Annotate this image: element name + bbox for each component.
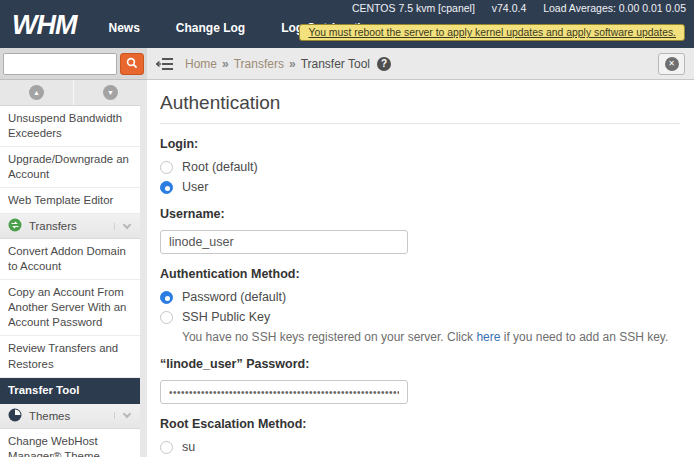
radio-password-label: Password (default) bbox=[182, 290, 286, 304]
section-collapse-toggle[interactable] bbox=[114, 223, 133, 230]
server-info: CENTOS 7.5 kvm [cpanel] v74.0.4 Load Ave… bbox=[338, 2, 686, 14]
sidebar: ▲ ▼ Unsuspend Bandwidth Exceeders Upgrad… bbox=[0, 80, 147, 457]
radio-password[interactable] bbox=[160, 291, 173, 304]
close-page-button[interactable]: ✕ bbox=[658, 53, 685, 75]
section-collapse-toggle[interactable] bbox=[114, 412, 133, 419]
breadcrumb: Home » Transfers » Transfer Tool bbox=[185, 57, 370, 71]
add-ssh-key-link[interactable]: here bbox=[476, 330, 500, 344]
password-label: “linode_user” Password: bbox=[160, 357, 680, 371]
radio-option-ssh-key[interactable]: SSH Public Key bbox=[160, 310, 680, 324]
breadcrumb-transfers[interactable]: Transfers bbox=[234, 57, 284, 71]
sidebar-item-review-transfers[interactable]: Review Transfers and Restores bbox=[0, 336, 147, 377]
login-label: Login: bbox=[160, 137, 680, 151]
chevron-up-icon: ▲ bbox=[29, 85, 44, 100]
chevron-down-icon: ▼ bbox=[103, 85, 118, 100]
themes-icon bbox=[8, 408, 22, 424]
top-navbar: CENTOS 7.5 kvm [cpanel] v74.0.4 Load Ave… bbox=[0, 0, 694, 48]
sidebar-item-change-whm-theme[interactable]: Change WebHost Manager® Theme bbox=[0, 429, 147, 457]
sidebar-item-unsuspend-bandwidth[interactable]: Unsuspend Bandwidth Exceeders bbox=[0, 106, 147, 147]
radio-ssh-key[interactable] bbox=[160, 311, 173, 324]
sidebar-item-upgrade-downgrade[interactable]: Upgrade/Downgrade an Account bbox=[0, 147, 147, 188]
username-label: Username: bbox=[160, 207, 680, 221]
sidebar-section-label: Transfers bbox=[29, 220, 114, 232]
ssh-note-text: if you need to add an SSH key. bbox=[500, 330, 668, 344]
password-input[interactable] bbox=[160, 380, 408, 404]
reboot-warning-link[interactable]: You must reboot the server to apply kern… bbox=[299, 24, 685, 41]
server-hostname: CENTOS 7.5 kvm [cpanel] bbox=[352, 2, 475, 14]
sidebar-search-area bbox=[0, 48, 147, 80]
radio-user[interactable] bbox=[160, 181, 173, 194]
sidebar-search-input[interactable] bbox=[3, 53, 117, 75]
sidebar-item-transfer-tool[interactable]: Transfer Tool bbox=[0, 378, 147, 404]
sidebar-item-web-template-editor[interactable]: Web Template Editor bbox=[0, 188, 147, 214]
breadcrumb-home[interactable]: Home bbox=[185, 57, 217, 71]
radio-option-password[interactable]: Password (default) bbox=[160, 290, 680, 304]
username-input[interactable] bbox=[160, 230, 408, 254]
breadcrumb-bar: Home » Transfers » Transfer Tool ? ✕ bbox=[147, 48, 694, 80]
chevron-down-icon bbox=[123, 410, 131, 418]
search-icon bbox=[126, 55, 138, 73]
sidebar-section-label: Themes bbox=[29, 410, 114, 422]
radio-option-su[interactable]: su bbox=[160, 440, 680, 454]
breadcrumb-current: Transfer Tool bbox=[301, 57, 370, 71]
load-averages: Load Averages: 0.00 0.01 0.05 bbox=[543, 2, 686, 14]
radio-root[interactable] bbox=[160, 161, 173, 174]
ssh-key-note: You have no SSH keys registered on your … bbox=[182, 330, 680, 344]
radio-root-label: Root (default) bbox=[182, 160, 258, 174]
close-icon: ✕ bbox=[665, 57, 679, 71]
sidebar-scroll-up-button[interactable]: ▲ bbox=[0, 80, 74, 105]
breadcrumb-separator: » bbox=[222, 57, 229, 71]
authentication-heading: Authentication bbox=[160, 92, 680, 124]
sidebar-scroll-down-button[interactable]: ▼ bbox=[74, 80, 147, 105]
breadcrumb-separator: » bbox=[289, 57, 296, 71]
sidebar-item-convert-addon-domain[interactable]: Convert Addon Domain to Account bbox=[0, 239, 147, 280]
nav-change-log[interactable]: Change Log bbox=[176, 21, 245, 35]
radio-ssh-key-label: SSH Public Key bbox=[182, 310, 270, 324]
sidebar-section-themes[interactable]: Themes bbox=[0, 404, 147, 429]
root-escalation-label: Root Escalation Method: bbox=[160, 417, 680, 431]
radio-option-root[interactable]: Root (default) bbox=[160, 160, 680, 174]
auth-method-label: Authentication Method: bbox=[160, 267, 680, 281]
help-icon[interactable]: ? bbox=[377, 57, 391, 71]
sidebar-section-transfers[interactable]: Transfers bbox=[0, 214, 147, 239]
nav-news[interactable]: News bbox=[108, 21, 139, 35]
search-button[interactable] bbox=[120, 53, 144, 75]
main-content: Authentication Login: Root (default) Use… bbox=[147, 80, 694, 457]
radio-user-label: User bbox=[182, 180, 208, 194]
chevron-down-icon bbox=[123, 220, 131, 228]
whm-logo[interactable]: WHM bbox=[12, 8, 76, 41]
transfer-icon bbox=[8, 218, 22, 234]
collapse-sidebar-icon[interactable] bbox=[156, 57, 174, 71]
ssh-note-text: You have no SSH keys registered on your … bbox=[182, 330, 476, 344]
radio-option-user[interactable]: User bbox=[160, 180, 680, 194]
whm-version: v74.0.4 bbox=[492, 2, 526, 14]
radio-su-label: su bbox=[182, 440, 195, 454]
radio-su[interactable] bbox=[160, 441, 173, 454]
sidebar-item-copy-account[interactable]: Copy an Account From Another Server With… bbox=[0, 280, 147, 336]
